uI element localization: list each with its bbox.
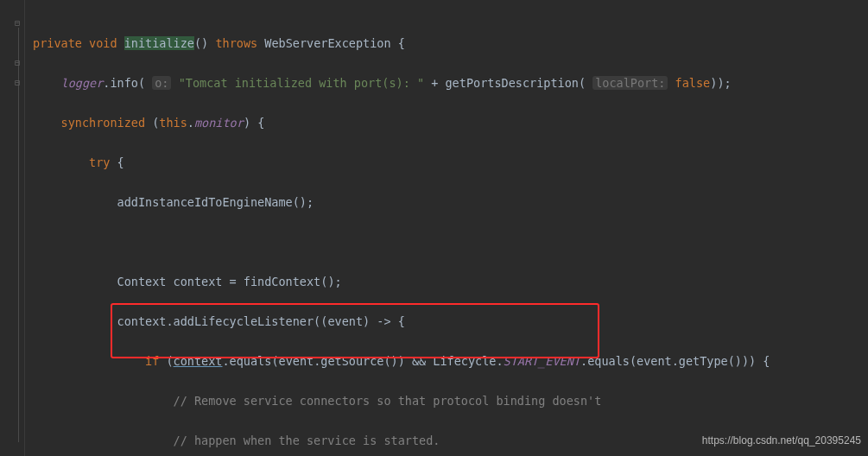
code-line: Context context = findContext(); bbox=[33, 272, 770, 292]
keyword: this bbox=[159, 116, 187, 130]
field-ref: logger bbox=[61, 76, 104, 90]
keyword: synchronized bbox=[61, 116, 146, 130]
code-line: // Remove service connectors so that pro… bbox=[33, 391, 770, 411]
code-line: private void initialize() throws WebServ… bbox=[33, 34, 770, 54]
comment: // happen when the service is started. bbox=[174, 434, 440, 447]
code-text: ( bbox=[159, 354, 173, 368]
code-text: .info( bbox=[103, 76, 145, 90]
code-text: .equals(event.getType())) { bbox=[580, 354, 770, 368]
comment: // Remove service connectors so that pro… bbox=[174, 394, 602, 408]
keyword: if bbox=[145, 354, 159, 368]
code-editor[interactable]: private void initialize() throws WebServ… bbox=[33, 14, 770, 456]
fold-marker-icon[interactable]: ⊟ bbox=[15, 79, 22, 86]
inlay-hint: localPort: bbox=[592, 76, 668, 90]
code-line: // happen when the service is started. bbox=[33, 431, 770, 451]
code-text: context.addLifecycleListener((event) -> … bbox=[117, 314, 405, 328]
watermark-text: https://blog.csdn.net/qq_20395245 bbox=[702, 431, 861, 451]
code-text: WebServerException { bbox=[264, 36, 405, 50]
fold-line-icon bbox=[18, 28, 19, 442]
code-text: + getPortsDescription( bbox=[424, 76, 586, 90]
fold-marker-icon[interactable]: ⊟ bbox=[15, 19, 22, 27]
keyword: false bbox=[675, 76, 711, 90]
keyword: private bbox=[33, 36, 82, 50]
code-line: synchronized (this.monitor) { bbox=[33, 113, 770, 133]
fold-marker-icon[interactable]: ⊟ bbox=[15, 59, 22, 66]
code-text: { bbox=[110, 155, 124, 169]
code-line: try { bbox=[33, 153, 770, 173]
code-text: .equals(event.getSource()) && Lifecycle. bbox=[222, 354, 503, 368]
code-text: Context context = findContext(); bbox=[117, 275, 342, 288]
keyword: throws bbox=[215, 36, 257, 50]
keyword: try bbox=[89, 155, 110, 169]
method-call: addInstanceIdToEngineName(); bbox=[117, 195, 314, 209]
code-text: () bbox=[194, 36, 208, 50]
keyword: void bbox=[89, 36, 117, 50]
static-field: START_EVENT bbox=[504, 354, 580, 368]
inlay-hint: o: bbox=[152, 76, 171, 90]
variable-ref: context bbox=[174, 354, 223, 368]
gutter: ⊟ ⊟ ⊟ bbox=[0, 0, 25, 456]
code-text: ) { bbox=[244, 116, 264, 130]
code-text: ( bbox=[145, 116, 159, 130]
code-line: if (context.equals(event.getSource()) &&… bbox=[33, 352, 770, 371]
string-literal: "Tomcat initialized with port(s): " bbox=[179, 76, 424, 90]
code-line: context.addLifecycleListener((event) -> … bbox=[33, 312, 770, 332]
method-name-highlight: initialize bbox=[124, 36, 194, 50]
code-line: addInstanceIdToEngineName(); bbox=[33, 193, 770, 212]
field-ref: monitor bbox=[194, 116, 244, 130]
code-line: logger.info( o: "Tomcat initialized with… bbox=[33, 73, 770, 93]
code-line bbox=[33, 232, 770, 252]
code-text: . bbox=[187, 116, 194, 130]
code-text: )); bbox=[710, 76, 731, 90]
